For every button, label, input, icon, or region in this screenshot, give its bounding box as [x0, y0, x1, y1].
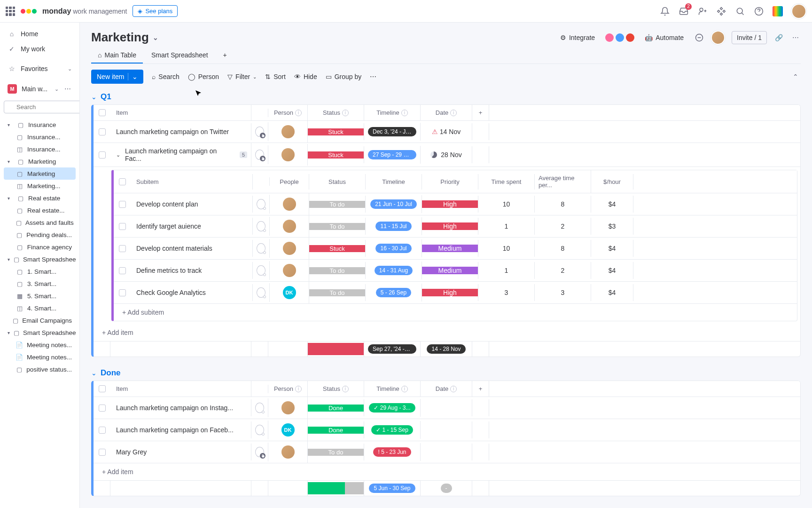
tree-item[interactable]: 📄Meeting notes...: [4, 351, 76, 363]
tree-item[interactable]: ◫Marketing...: [4, 180, 76, 192]
more-tools[interactable]: ⋯: [370, 73, 376, 80]
chat-icon[interactable]: [255, 425, 264, 435]
subitem-row[interactable]: Identify target auience To do 11 - 15 Ju…: [114, 215, 797, 238]
tree-item[interactable]: ▢Email Campaigns: [4, 314, 76, 326]
group-header[interactable]: ⌄Done: [91, 368, 801, 378]
new-item-button[interactable]: New item⌄: [91, 70, 143, 84]
table-row[interactable]: Launch marketing campaign on Faceb... DK…: [94, 419, 800, 441]
tree-item[interactable]: ▢positive status...: [4, 363, 76, 375]
subitem-row[interactable]: Develop content materials Stuck 16 - 30 …: [114, 238, 797, 260]
board-avatar[interactable]: [711, 31, 725, 45]
tree-item[interactable]: ▾▢Marketing: [4, 155, 76, 167]
person-tool[interactable]: ◯Person: [188, 73, 219, 80]
chat-icon[interactable]: [255, 403, 264, 413]
add-column-button[interactable]: +: [472, 105, 489, 120]
select-all-checkbox[interactable]: [119, 178, 126, 185]
person-avatar[interactable]: [283, 220, 296, 233]
tree-item[interactable]: ▢1. Smart...: [4, 265, 76, 278]
table-row[interactable]: Launch marketing campaign on Twitter 1 S…: [94, 121, 800, 143]
tree-item[interactable]: ▾▢Smart Spreadsheet...: [4, 326, 76, 339]
search-tool[interactable]: ⌕Search: [152, 73, 179, 80]
table-row[interactable]: ⌄Launch marketing campaign on Fac...5 2 …: [94, 143, 800, 167]
info-icon[interactable]: i: [450, 110, 457, 116]
person-avatar[interactable]: [281, 125, 295, 138]
row-checkbox[interactable]: [99, 151, 106, 159]
tree-item[interactable]: 📄Meeting notes...: [4, 339, 76, 351]
filter-tool[interactable]: ▽Filter⌄: [227, 73, 257, 80]
link-icon[interactable]: 🔗: [773, 32, 784, 43]
product-switcher-icon[interactable]: [773, 6, 783, 16]
tree-item[interactable]: ◫Insurance...: [4, 143, 76, 155]
table-row[interactable]: Mary Grey 2 To do ! 5 - 23 Jun: [94, 441, 800, 463]
row-checkbox[interactable]: [119, 223, 126, 230]
subitem-row[interactable]: Develop content plan To do 21 Jun - 10 J…: [114, 193, 797, 215]
add-item-button[interactable]: + Add item: [94, 463, 800, 480]
subitem-row[interactable]: Define metrics to track To do 14 - 31 Au…: [114, 260, 797, 282]
tab-smart-spreadsheet[interactable]: Smart Spreadsheet: [145, 48, 215, 64]
person-avatar[interactable]: [281, 148, 295, 161]
chevron-down-icon[interactable]: ⌄: [128, 73, 138, 80]
inbox-icon[interactable]: 2: [679, 6, 689, 16]
tree-item[interactable]: ▢Assets and faults: [4, 216, 76, 229]
integrate-button[interactable]: ⚙Integrate: [556, 32, 599, 44]
automate-button[interactable]: 🤖Automate: [641, 32, 687, 44]
sort-tool[interactable]: ⇅Sort: [265, 73, 286, 80]
chat-icon[interactable]: [257, 287, 265, 298]
sidebar-favorites[interactable]: ☆Favorites⌄: [4, 61, 76, 76]
tree-item[interactable]: ▾▢Insurance: [4, 119, 76, 131]
row-checkbox[interactable]: [99, 128, 106, 135]
tree-item[interactable]: ▢Pending deals...: [4, 229, 76, 241]
info-icon[interactable]: i: [342, 386, 349, 392]
search-icon[interactable]: [735, 6, 745, 16]
tab-main-table[interactable]: ⌂Main Table: [91, 48, 143, 64]
select-all-checkbox[interactable]: [99, 109, 106, 116]
row-checkbox[interactable]: [99, 405, 106, 412]
tree-item[interactable]: ▢Real estate...: [4, 204, 76, 216]
person-avatar[interactable]: [281, 445, 295, 459]
hide-tool[interactable]: 👁Hide: [294, 73, 317, 80]
apps-icon[interactable]: [716, 6, 726, 16]
info-icon[interactable]: i: [401, 110, 408, 116]
app-switcher-icon[interactable]: [6, 7, 15, 16]
add-item-button[interactable]: + Add item: [94, 324, 800, 341]
tree-item[interactable]: ▢Marketing: [4, 167, 76, 180]
more-icon[interactable]: ⋯: [790, 32, 801, 43]
table-row[interactable]: Launch marketing campaign on Instag... D…: [94, 397, 800, 419]
sidebar-search-input[interactable]: [4, 101, 80, 113]
row-checkbox[interactable]: [119, 267, 126, 274]
person-avatar[interactable]: [283, 198, 296, 211]
group-by-tool[interactable]: ▭Group by: [326, 73, 362, 80]
tree-item[interactable]: ▢3. Smart...: [4, 278, 76, 290]
tree-item[interactable]: ▦5. Smart...: [4, 290, 76, 302]
integration-icons[interactable]: [605, 33, 634, 42]
person-avatar[interactable]: [283, 264, 296, 277]
info-icon[interactable]: i: [342, 110, 349, 116]
help-icon[interactable]: [754, 6, 764, 16]
info-icon[interactable]: i: [295, 386, 302, 392]
person-avatar[interactable]: DK: [281, 423, 295, 437]
user-avatar[interactable]: [791, 4, 806, 19]
tree-item[interactable]: ▢Finance agency: [4, 241, 76, 253]
chat-icon[interactable]: 2: [255, 447, 264, 457]
info-icon[interactable]: i: [295, 110, 302, 116]
invite-icon[interactable]: [697, 6, 708, 16]
chat-icon[interactable]: [257, 265, 265, 276]
chat-icon[interactable]: 2: [255, 150, 264, 160]
chat-icon[interactable]: [257, 199, 265, 209]
tree-item[interactable]: ◫4. Smart...: [4, 302, 76, 314]
row-checkbox[interactable]: [119, 289, 126, 296]
tree-item[interactable]: ▾▢Real estate: [4, 192, 76, 204]
add-subitem-button[interactable]: + Add subitem: [114, 304, 797, 321]
chat-icon[interactable]: [694, 32, 704, 43]
row-checkbox[interactable]: [119, 201, 126, 208]
person-avatar[interactable]: [281, 401, 295, 414]
row-checkbox[interactable]: [119, 245, 126, 252]
tree-item[interactable]: ▾▢Smart Spreadsheet...: [4, 253, 76, 265]
select-all-checkbox[interactable]: [99, 385, 106, 392]
subitem-row[interactable]: Check Google Analytics DK To do 5 - 26 S…: [114, 282, 797, 304]
see-plans-button[interactable]: ◈See plans: [133, 5, 178, 17]
info-icon[interactable]: i: [401, 386, 408, 392]
sidebar-home[interactable]: ⌂Home: [4, 26, 76, 41]
person-avatar[interactable]: DK: [283, 286, 296, 299]
chat-icon[interactable]: [257, 221, 265, 231]
